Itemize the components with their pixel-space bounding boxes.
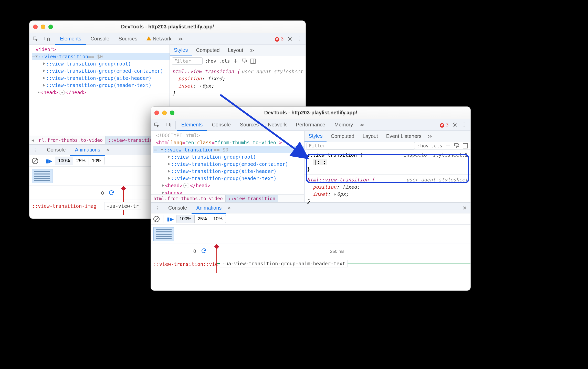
tab-performance[interactable]: Performance xyxy=(291,119,330,131)
minimize-button[interactable] xyxy=(162,111,167,115)
source-link[interactable]: user agent stylesheet xyxy=(406,176,468,183)
tab-elements[interactable]: Elements xyxy=(55,33,86,45)
tab-network[interactable]: Network xyxy=(263,119,291,131)
more-styles-tabs-icon[interactable]: ≫ xyxy=(247,48,256,53)
animation-thumbnail[interactable] xyxy=(153,227,174,241)
cls-toggle[interactable]: .cls xyxy=(219,58,230,64)
speed-100[interactable]: 100% xyxy=(176,215,195,223)
tab-elements[interactable]: Elements xyxy=(177,119,207,131)
zoom-button[interactable] xyxy=(48,25,53,29)
play-icon[interactable]: ▮▶ xyxy=(167,216,174,222)
animation-thumbnail[interactable] xyxy=(32,169,52,183)
zoom-button[interactable] xyxy=(170,111,174,115)
tab-console[interactable]: Console xyxy=(86,33,114,45)
tab-styles[interactable]: Styles xyxy=(304,131,327,142)
drawer-tab-console[interactable]: Console xyxy=(164,202,192,214)
tab-console[interactable]: Console xyxy=(207,119,235,131)
source-link[interactable]: user agent stylesheet xyxy=(242,68,303,75)
timeline[interactable]: 0 250 ms xyxy=(151,244,470,258)
speed-10[interactable]: 10% xyxy=(89,157,104,165)
more-tabs-icon[interactable]: ≫ xyxy=(176,36,185,42)
close-drawer-tab-icon[interactable]: × xyxy=(105,147,111,153)
speed-segment[interactable]: 100% 25% 10% xyxy=(55,157,104,165)
device-icon[interactable] xyxy=(41,33,53,45)
filter-input[interactable]: Filter xyxy=(172,57,203,65)
styles-rule-2[interactable]: user agent stylesheet html::view-transit… xyxy=(304,175,470,206)
crumb-selected[interactable]: ::view-transition xyxy=(105,136,158,144)
tab-event-listeners[interactable]: Event Listeners xyxy=(382,131,426,142)
drawer-menu-icon[interactable]: ⋮ xyxy=(29,147,42,153)
menu-icon[interactable]: ⋮ xyxy=(293,36,306,42)
more-styles-tabs-icon[interactable]: ≫ xyxy=(426,134,435,139)
editable-declaration[interactable]: |: ; xyxy=(313,159,327,165)
tab-layout[interactable]: Layout xyxy=(224,45,247,56)
hov-toggle[interactable]: :hov xyxy=(205,58,216,64)
menu-icon[interactable]: ⋮ xyxy=(458,122,470,128)
clear-icon[interactable] xyxy=(32,158,38,164)
close-button[interactable] xyxy=(154,111,159,115)
device-icon[interactable] xyxy=(163,119,174,131)
hov-toggle[interactable]: :hov xyxy=(417,143,428,148)
styles-rule-1[interactable]: inspector-stylesheet:2 ::view-transition… xyxy=(304,150,470,175)
tab-sources[interactable]: Sources xyxy=(114,33,142,45)
speed-segment[interactable]: 100% 25% 10% xyxy=(176,215,226,223)
crumb-selected[interactable]: ::view-transition xyxy=(225,195,278,202)
inspector-source-link[interactable]: inspector-stylesheet:2 xyxy=(403,151,468,158)
new-rule-icon[interactable] xyxy=(233,58,239,64)
main-tabs: Elements Console Sources Network ≫ ✕3 ⋮ xyxy=(29,33,306,45)
settings-icon[interactable] xyxy=(452,122,458,128)
play-icon[interactable]: ▮▶ xyxy=(46,158,52,164)
more-tabs-icon[interactable]: ≫ xyxy=(358,122,366,128)
crumb-html[interactable]: nl.from-thumbs.to-video xyxy=(36,136,105,144)
error-badge[interactable]: ✕3 xyxy=(440,122,452,128)
clear-icon[interactable] xyxy=(153,216,160,222)
window-title: DevTools - http203-playlist.netlify.app/ xyxy=(264,110,357,116)
breadcrumb[interactable]: html.from-thumbs.to-video ::view-transit… xyxy=(151,194,304,202)
drawer-tab-console[interactable]: Console xyxy=(42,144,70,156)
styles-panel[interactable]: user agent stylesheet html::view-transit… xyxy=(170,66,306,98)
svg-rect-12 xyxy=(463,144,468,148)
warning-icon xyxy=(146,36,151,40)
animation-label: -ua-view-tr xyxy=(104,202,141,210)
tick-250ms: 250 ms xyxy=(330,249,344,254)
drawer-tab-animations[interactable]: Animations xyxy=(70,144,105,156)
svg-rect-4 xyxy=(242,59,246,61)
styles-tabs: Styles Computed Layout Event Listeners ≫ xyxy=(304,131,470,142)
replay-icon[interactable] xyxy=(201,248,207,254)
crumb-prev-icon[interactable]: ◀ xyxy=(29,137,36,143)
panel-icon[interactable] xyxy=(462,143,468,149)
close-drawer-tab-icon[interactable]: × xyxy=(226,205,232,211)
crumb-html[interactable]: html.from-thumbs.to-video xyxy=(151,195,225,202)
minimize-button[interactable] xyxy=(41,25,45,29)
animation-row[interactable]: ::view-transition::vie -ua-view-transiti… xyxy=(151,258,470,270)
speed-25[interactable]: 25% xyxy=(73,157,89,165)
cls-toggle[interactable]: .cls xyxy=(431,143,442,148)
breadcrumb[interactable]: ◀ nl.from-thumbs.to-video ::view-transit… xyxy=(29,136,170,144)
speed-100[interactable]: 100% xyxy=(55,157,73,165)
tab-sources[interactable]: Sources xyxy=(235,119,263,131)
tab-computed[interactable]: Computed xyxy=(192,45,224,56)
drawer-menu-icon[interactable]: ⋮ xyxy=(151,205,164,211)
speed-10[interactable]: 10% xyxy=(210,215,226,223)
inspect-icon[interactable] xyxy=(29,33,41,45)
tab-layout[interactable]: Layout xyxy=(359,131,382,142)
speed-25[interactable]: 25% xyxy=(195,215,210,223)
error-badge[interactable]: ✕3 xyxy=(275,36,287,42)
paint-icon[interactable] xyxy=(454,143,460,149)
paint-icon[interactable] xyxy=(241,58,247,64)
tab-network[interactable]: Network xyxy=(142,33,176,45)
drawer-tab-animations[interactable]: Animations xyxy=(192,202,226,214)
replay-icon[interactable] xyxy=(108,190,114,196)
tab-styles[interactable]: Styles xyxy=(170,45,192,56)
filter-input[interactable]: Filter xyxy=(307,142,415,149)
titlebar: DevTools - http203-playlist.netlify.app/ xyxy=(151,107,470,119)
new-rule-icon[interactable] xyxy=(445,143,451,149)
tab-memory[interactable]: Memory xyxy=(330,119,358,131)
panel-icon[interactable] xyxy=(250,58,256,64)
dom-tree[interactable]: video"> ⋯::view-transition == $0 ::view-… xyxy=(29,45,170,97)
dom-tree[interactable]: <!DOCTYPE html> <html lang="en" class="f… xyxy=(151,131,304,194)
settings-icon[interactable] xyxy=(287,36,293,42)
close-button[interactable] xyxy=(33,25,38,29)
inspect-icon[interactable] xyxy=(151,119,163,131)
tab-computed[interactable]: Computed xyxy=(327,131,358,142)
